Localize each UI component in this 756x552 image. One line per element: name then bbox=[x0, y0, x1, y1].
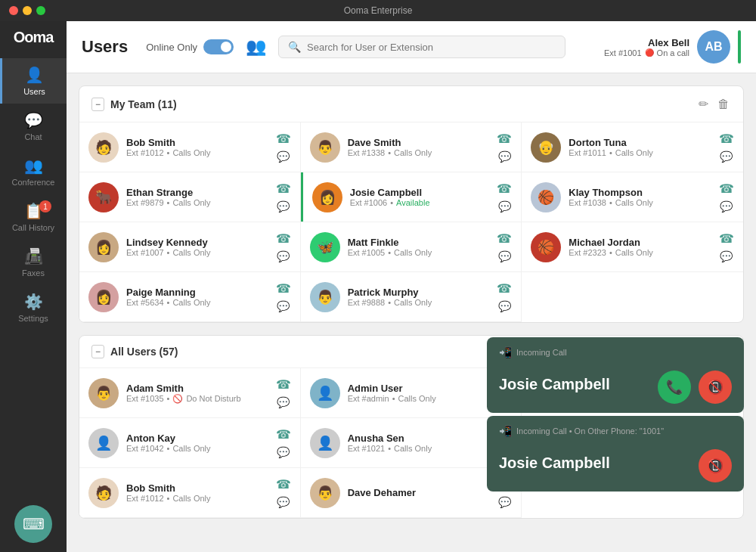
chat-button[interactable]: 💬 bbox=[498, 150, 511, 163]
logo: Ooma bbox=[14, 29, 54, 46]
sidebar-label-chat: Chat bbox=[24, 132, 42, 141]
user-card-name: Anusha Sen bbox=[348, 433, 490, 444]
user-card-actions: ☎ 💬 bbox=[276, 132, 291, 163]
search-icon: 🔍 bbox=[288, 41, 301, 53]
chat-button[interactable]: 💬 bbox=[720, 150, 733, 163]
reject-call-button-1[interactable]: 📵 bbox=[699, 371, 732, 404]
chat-button[interactable]: 💬 bbox=[277, 300, 290, 312]
search-input[interactable] bbox=[307, 42, 556, 53]
call-button[interactable]: ☎ bbox=[497, 132, 512, 146]
sidebar-item-call-history[interactable]: 📋 1 Call History bbox=[0, 194, 67, 240]
maximize-button[interactable] bbox=[36, 6, 45, 15]
user-card-info: Klay Thompson Ext #1038 • Calls Only bbox=[569, 187, 711, 207]
call-button[interactable]: ☎ bbox=[719, 132, 734, 146]
chat-button[interactable]: 💬 bbox=[277, 446, 290, 458]
user-card-name: Matt Finkle bbox=[348, 237, 490, 248]
user-card-actions: ☎ 💬 bbox=[276, 427, 291, 458]
sidebar-item-settings[interactable]: ⚙️ Settings bbox=[0, 285, 67, 330]
avatar: 🏀 bbox=[531, 232, 561, 262]
user-card-ext: Ext #1338 • Calls Only bbox=[348, 148, 490, 157]
status-indicator bbox=[738, 30, 741, 64]
sidebar-item-users[interactable]: 👤 Users bbox=[0, 58, 67, 104]
main-content: Users Online Only 👥 🔍 Alex Bell Ext #100… bbox=[67, 21, 756, 552]
sidebar-item-faxes[interactable]: 📠 Faxes bbox=[0, 240, 67, 285]
user-card-name: Dave Dehamer bbox=[348, 487, 490, 498]
user-card-ext: Ext #2323 • Calls Only bbox=[569, 248, 711, 257]
avatar: 👤 bbox=[310, 428, 340, 458]
all-users-collapse-btn[interactable]: − bbox=[91, 345, 104, 358]
user-card-ext: Ext #9879 • Calls Only bbox=[126, 198, 268, 207]
user-card-name: Michael Jordan bbox=[569, 237, 711, 248]
call-button[interactable]: ☎ bbox=[276, 231, 291, 246]
incoming-call-header-2: 📲 Incoming Call • On Other Phone: "1001" bbox=[499, 425, 732, 437]
user-card-ext: Ext #admin • Calls Only bbox=[348, 394, 490, 403]
online-only-toggle[interactable] bbox=[203, 39, 234, 54]
user-card-ext: Ext #1012 • Calls Only bbox=[126, 494, 268, 503]
table-row: 🧑 Bob Smith Ext #1012 • Calls Only ☎ � bbox=[79, 468, 301, 518]
accept-call-button-1[interactable]: 📞 bbox=[658, 371, 691, 404]
chat-button[interactable]: 💬 bbox=[277, 496, 290, 508]
avatar: 👨 bbox=[310, 282, 340, 312]
table-row: 👨 Dave Smith Ext #1338 • Calls Only ☎ bbox=[301, 122, 522, 172]
user-card-info: Matt Finkle Ext #1005 • Calls Only bbox=[348, 237, 490, 257]
user-card-info: Dave Dehamer bbox=[348, 487, 490, 498]
call-button[interactable]: ☎ bbox=[276, 427, 291, 442]
my-team-collapse-btn[interactable]: − bbox=[91, 98, 104, 111]
group-icon[interactable]: 👥 bbox=[246, 37, 266, 57]
avatar: 👴 bbox=[531, 132, 561, 163]
user-card-info: Adam Smith Ext #1035 • 🚫 Do Not Disturb bbox=[126, 383, 268, 404]
user-card-actions: ☎ 💬 bbox=[276, 231, 291, 262]
user-card-name: Paige Manning bbox=[126, 287, 268, 298]
chat-button[interactable]: 💬 bbox=[277, 150, 290, 163]
sidebar-item-chat[interactable]: 💬 Chat bbox=[0, 104, 67, 149]
avatar: 👩 bbox=[312, 182, 342, 212]
call-button[interactable]: ☎ bbox=[497, 281, 512, 296]
conference-icon: 👥 bbox=[24, 157, 43, 175]
user-card-info: Admin User Ext #admin • Calls Only bbox=[348, 383, 490, 403]
delete-team-button[interactable]: 🗑 bbox=[716, 95, 731, 113]
call-button[interactable]: ☎ bbox=[497, 181, 512, 196]
user-card-ext: Ext #1011 • Calls Only bbox=[569, 148, 711, 157]
chat-button[interactable]: 💬 bbox=[277, 200, 290, 212]
call-button[interactable]: ☎ bbox=[276, 477, 291, 492]
call-button[interactable]: ☎ bbox=[276, 377, 291, 392]
chat-button[interactable]: 💬 bbox=[498, 250, 511, 262]
chat-button[interactable]: 💬 bbox=[277, 250, 290, 262]
user-card-info: Bob Smith Ext #1012 • Calls Only bbox=[126, 137, 268, 157]
call-button[interactable]: ☎ bbox=[276, 132, 291, 146]
close-button[interactable] bbox=[9, 6, 18, 15]
incoming-call-row-1: Josie Campbell 📞 📵 bbox=[499, 364, 732, 404]
reject-call-button-2[interactable]: 📵 bbox=[699, 449, 732, 482]
sidebar-label-call-history: Call History bbox=[12, 223, 54, 232]
call-button[interactable]: ☎ bbox=[276, 281, 291, 296]
chat-button[interactable]: 💬 bbox=[498, 496, 511, 508]
user-card-name: Bob Smith bbox=[126, 482, 268, 494]
chat-button[interactable]: 💬 bbox=[498, 300, 511, 312]
call-button[interactable]: ☎ bbox=[719, 231, 734, 246]
user-card-actions: ☎ 💬 bbox=[497, 231, 512, 262]
minimize-button[interactable] bbox=[23, 6, 32, 15]
avatar: 👨 bbox=[88, 378, 119, 408]
user-card-actions: ☎ 💬 bbox=[276, 281, 291, 312]
my-team-section: − My Team (11) ✏ 🗑 🧑 Bob S bbox=[79, 85, 744, 323]
window-controls[interactable] bbox=[9, 6, 45, 15]
table-row: 🏀 Michael Jordan Ext #2323 • Calls Only … bbox=[522, 222, 743, 272]
toggle-label: Online Only bbox=[146, 42, 197, 53]
sidebar-item-conference[interactable]: 👥 Conference bbox=[0, 149, 67, 194]
avatar: 👤 bbox=[310, 378, 340, 408]
table-row: 🐂 Ethan Strange Ext #9879 • Calls Only ☎ bbox=[79, 172, 301, 222]
call-button[interactable]: ☎ bbox=[276, 181, 291, 196]
chat-button[interactable]: 💬 bbox=[720, 250, 733, 262]
call-button[interactable]: ☎ bbox=[719, 181, 734, 196]
titlebar: Ooma Enterprise bbox=[0, 0, 756, 21]
dialpad-button[interactable]: ⌨ bbox=[14, 505, 52, 543]
call-button[interactable]: ☎ bbox=[497, 231, 512, 246]
avatar: 🏀 bbox=[531, 182, 561, 212]
user-card-name: Dave Smith bbox=[348, 137, 490, 148]
dialpad-icon: ⌨ bbox=[23, 515, 45, 533]
user-card-name: Ethan Strange bbox=[126, 187, 268, 198]
chat-button[interactable]: 💬 bbox=[277, 396, 290, 408]
chat-button[interactable]: 💬 bbox=[498, 200, 511, 212]
chat-button[interactable]: 💬 bbox=[720, 200, 733, 212]
edit-team-button[interactable]: ✏ bbox=[697, 95, 710, 113]
